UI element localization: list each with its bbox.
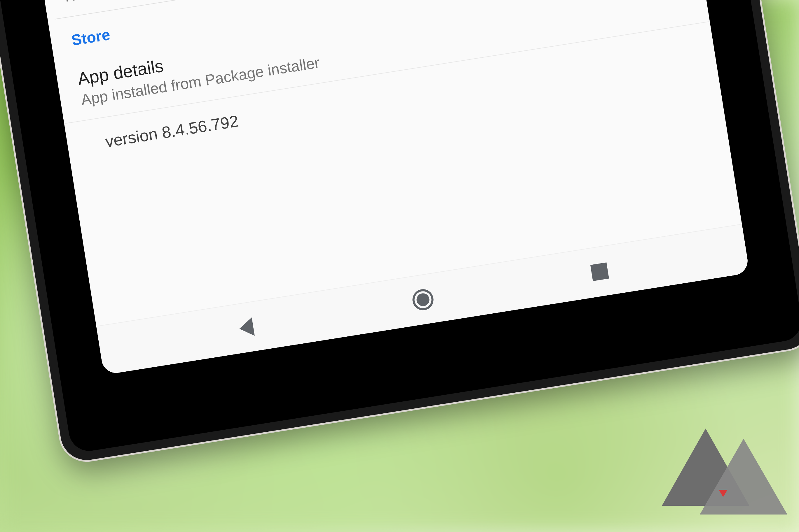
recent-square-icon <box>591 262 609 281</box>
ap-watermark-logo <box>662 421 787 526</box>
phone-screen: Memory No memory used in Store App detai… <box>36 0 750 375</box>
nav-home-button[interactable] <box>410 286 437 313</box>
nav-recent-button[interactable] <box>586 258 613 285</box>
home-circle-icon <box>411 288 435 311</box>
back-triangle-icon <box>238 318 254 338</box>
nav-back-button[interactable] <box>233 314 260 341</box>
